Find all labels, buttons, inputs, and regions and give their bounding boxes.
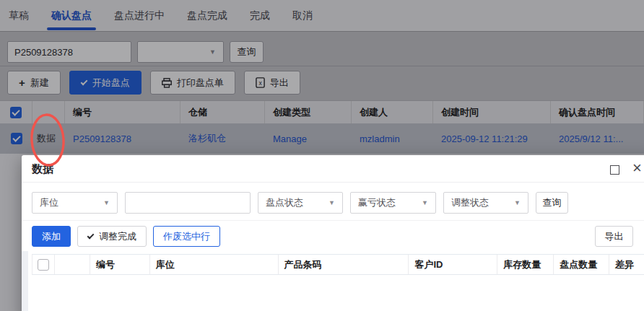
adjust-status-label: 调整状态 xyxy=(451,196,489,209)
maximize-icon[interactable] xyxy=(610,165,619,175)
add-button[interactable]: 添加 xyxy=(32,226,71,247)
check-icon xyxy=(87,232,95,239)
adjust-status-select[interactable]: 调整状态 ▼ xyxy=(443,192,528,214)
modal-header-blank-cell xyxy=(55,255,90,274)
modal-header-count-qty: 盘点数量 xyxy=(554,255,609,274)
profit-loss-status-label: 赢亏状态 xyxy=(358,196,396,209)
modal-header-location: 库位 xyxy=(150,255,279,274)
chevron-down-icon: ▼ xyxy=(103,199,110,206)
adjust-done-button[interactable]: 调整完成 xyxy=(77,226,147,247)
modal-header: 数据 × xyxy=(22,155,644,183)
chevron-down-icon: ▼ xyxy=(514,199,521,206)
app-screen: 草稿 确认盘点 盘点进行中 盘点完成 完成 取消 ▼ 查询 + 新建 开始盘点 xyxy=(0,0,644,311)
location-select-label: 库位 xyxy=(40,196,58,209)
close-icon[interactable]: × xyxy=(632,157,642,180)
modal-table: 编号 库位 产品条码 客户ID 库存数量 盘点数量 差异 xyxy=(32,254,644,275)
modal-keyword-input[interactable] xyxy=(125,192,251,214)
location-select[interactable]: 库位 ▼ xyxy=(32,192,118,214)
modal-left-gutter xyxy=(22,251,28,311)
data-modal: 数据 × 库位 ▼ 盘点状态 ▼ 赢亏状态 ▼ 调整状态 ▼ 查询 xyxy=(22,155,644,311)
profit-loss-status-select[interactable]: 赢亏状态 ▼ xyxy=(350,192,436,214)
adjust-done-label: 调整完成 xyxy=(99,230,136,243)
modal-header-no: 编号 xyxy=(90,255,150,274)
stock-status-label: 盘点状态 xyxy=(266,196,303,209)
modal-header-barcode: 产品条码 xyxy=(279,255,409,274)
modal-header-stock-qty: 库存数量 xyxy=(497,255,554,274)
void-selected-button[interactable]: 作废选中行 xyxy=(153,226,220,247)
modal-section-divider xyxy=(22,220,644,221)
modal-table-header-row: 编号 库位 产品条码 客户ID 库存数量 盘点数量 差异 xyxy=(32,254,644,275)
chevron-down-icon: ▼ xyxy=(422,199,428,206)
modal-header-customer-id: 客户ID xyxy=(409,255,497,274)
modal-export-button[interactable]: 导出 xyxy=(595,226,633,247)
modal-title: 数据 xyxy=(32,162,53,176)
modal-select-all-checkbox[interactable] xyxy=(38,259,49,271)
modal-filter-row: 库位 ▼ 盘点状态 ▼ 赢亏状态 ▼ 调整状态 ▼ 查询 xyxy=(32,192,568,214)
modal-header-diff: 差异 xyxy=(609,255,644,274)
chevron-down-icon: ▼ xyxy=(328,199,335,206)
stock-status-select[interactable]: 盘点状态 ▼ xyxy=(258,192,343,214)
modal-action-row: 添加 调整完成 作废选中行 xyxy=(32,226,220,247)
modal-header-checkbox-cell xyxy=(32,255,55,274)
modal-query-button[interactable]: 查询 xyxy=(536,192,568,214)
